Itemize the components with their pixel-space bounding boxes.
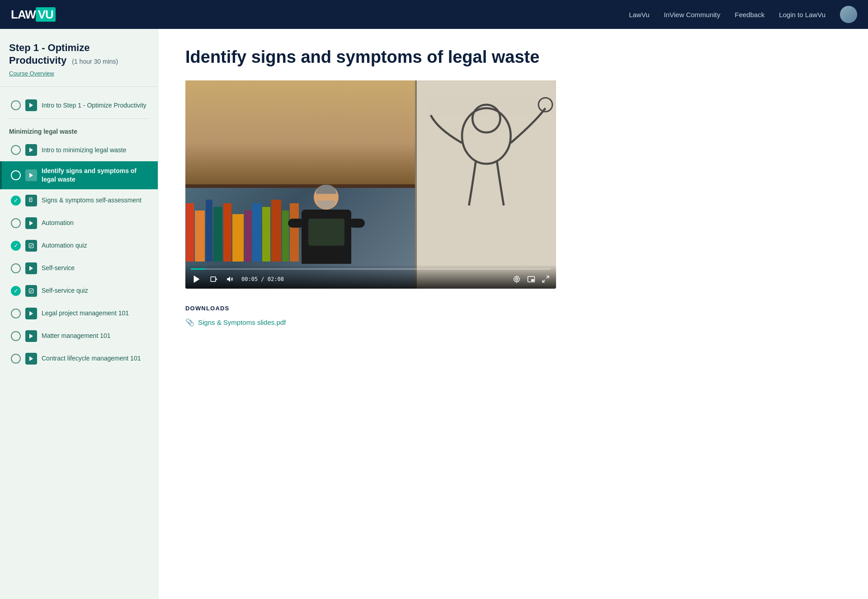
nav-lawvu[interactable]: LawVu — [629, 11, 649, 19]
sidebar-item-2-label: Signs & symptoms self-assessment — [42, 196, 142, 205]
volume-button[interactable] — [225, 274, 235, 284]
item-circle-3 — [11, 218, 21, 228]
item-icon-3 — [25, 217, 37, 229]
svg-marker-8 — [29, 266, 33, 271]
main-content: Identify signs and symptoms of legal was… — [158, 29, 868, 599]
item-icon-2 — [25, 195, 37, 206]
video-icon-8 — [28, 333, 34, 339]
gear-icon — [513, 275, 521, 283]
controls-row: 00:05 / 02:08 — [191, 273, 551, 285]
svg-point-13 — [462, 108, 511, 164]
sidebar-header: Step 1 - Optimize Productivity (1 hour 3… — [0, 42, 158, 87]
item-circle-6: ✓ — [11, 286, 21, 296]
sidebar-item-3[interactable]: Automation — [0, 212, 158, 234]
sidebar-item-0-label: Intro to minimizing legal waste — [42, 146, 127, 154]
downloads-title: DOWNLOADS — [185, 305, 556, 312]
item-circle-1 — [11, 170, 21, 180]
item-circle-8 — [11, 331, 21, 341]
nav-feedback[interactable]: Feedback — [735, 11, 764, 19]
item-icon-0 — [25, 144, 37, 156]
svg-marker-18 — [227, 276, 230, 282]
settings-button[interactable] — [512, 274, 522, 284]
video-controls: 00:05 / 02:08 — [185, 265, 556, 289]
item-icon-6 — [25, 285, 37, 297]
svg-line-23 — [542, 280, 545, 282]
nav-login[interactable]: Login to LawVu — [779, 11, 826, 19]
divider — [9, 118, 149, 119]
sidebar-item-1[interactable]: Identify signs and symptoms of legal was… — [0, 161, 158, 189]
sidebar-item-9[interactable]: Contract lifecycle management 101 — [0, 347, 158, 370]
sidebar-item-5[interactable]: Self-service — [0, 257, 158, 280]
svg-marker-10 — [29, 311, 33, 316]
total-time: 02:08 — [268, 276, 284, 282]
fullscreen-icon — [542, 275, 550, 283]
sidebar-item-intro-label: Intro to Step 1 - Optimize Productivity — [42, 101, 146, 110]
item-icon-5 — [25, 262, 37, 274]
svg-marker-12 — [29, 356, 33, 361]
course-overview-link[interactable]: Course Overview — [9, 70, 54, 77]
skip-button[interactable] — [209, 274, 219, 284]
fullscreen-button[interactable] — [541, 274, 551, 284]
svg-rect-21 — [531, 279, 534, 281]
paperclip-icon: 📎 — [185, 318, 194, 327]
video-thumbnail — [185, 80, 556, 289]
svg-rect-17 — [211, 277, 216, 282]
sidebar-item-9-label: Contract lifecycle management 101 — [42, 354, 141, 363]
time-display: 00:05 / 02:08 — [241, 276, 284, 282]
skip-icon — [210, 275, 218, 283]
item-circle-7 — [11, 309, 21, 318]
play-icon — [28, 102, 34, 108]
sidebar: Step 1 - Optimize Productivity (1 hour 3… — [0, 29, 158, 599]
sidebar-item-7[interactable]: Legal project management 101 — [0, 302, 158, 325]
play-icon — [192, 274, 202, 284]
sidebar-item-6[interactable]: ✓ Self-service quiz — [0, 280, 158, 302]
svg-marker-16 — [194, 276, 200, 283]
sidebar-item-2[interactable]: ✓ Signs & symptoms self-assessment — [0, 189, 158, 212]
svg-rect-3 — [29, 198, 32, 201]
pip-icon — [527, 275, 535, 283]
item-circle-5 — [11, 263, 21, 273]
svg-line-22 — [547, 276, 549, 278]
sidebar-item-7-label: Legal project management 101 — [42, 309, 129, 318]
avatar[interactable] — [840, 6, 857, 23]
video-player[interactable]: 00:05 / 02:08 — [185, 80, 556, 289]
item-circle-9 — [11, 354, 21, 364]
item-circle-4: ✓ — [11, 241, 21, 251]
progress-bar-track[interactable] — [191, 268, 551, 270]
logo-law: LAW — [11, 8, 36, 21]
sidebar-item-1-label: Identify signs and symptoms of legal was… — [42, 167, 149, 184]
page-layout: Step 1 - Optimize Productivity (1 hour 3… — [0, 29, 868, 599]
time-separator: / — [261, 276, 267, 282]
item-icon-intro — [25, 99, 37, 111]
video-icon-3 — [28, 220, 34, 226]
item-icon-7 — [25, 308, 37, 319]
pip-button[interactable] — [526, 274, 536, 284]
play-button[interactable] — [191, 273, 203, 285]
volume-icon — [226, 275, 234, 283]
sidebar-item-0[interactable]: Intro to minimizing legal waste — [0, 139, 158, 161]
item-icon-1 — [25, 169, 37, 181]
lesson-title: Identify signs and symptoms of legal was… — [185, 47, 841, 68]
sidebar-item-8-label: Matter management 101 — [42, 332, 111, 340]
sidebar-item-8[interactable]: Matter management 101 — [0, 325, 158, 347]
doc-icon-2 — [28, 197, 34, 204]
progress-bar-fill — [191, 268, 205, 270]
download-link-0[interactable]: 📎 Signs & Symptoms slides.pdf — [185, 318, 556, 327]
download-file-0-label: Signs & Symptoms slides.pdf — [198, 318, 286, 326]
quiz-icon-4 — [28, 243, 34, 249]
sidebar-item-intro[interactable]: Intro to Step 1 - Optimize Productivity — [0, 94, 158, 117]
video-icon-1 — [28, 172, 34, 178]
logo[interactable]: LAWVU — [11, 8, 56, 22]
svg-marker-1 — [29, 148, 33, 153]
video-icon-7 — [28, 310, 34, 317]
svg-point-19 — [516, 278, 518, 281]
item-icon-4 — [25, 240, 37, 252]
svg-marker-6 — [29, 221, 33, 226]
video-icon-0 — [28, 147, 34, 153]
svg-marker-0 — [29, 103, 33, 108]
nav: LawVu InView Community Feedback Login to… — [629, 6, 857, 23]
sidebar-item-4[interactable]: ✓ Automation quiz — [0, 234, 158, 257]
avatar-image — [840, 6, 857, 23]
quiz-icon-6 — [28, 288, 34, 294]
nav-inview[interactable]: InView Community — [664, 11, 720, 19]
